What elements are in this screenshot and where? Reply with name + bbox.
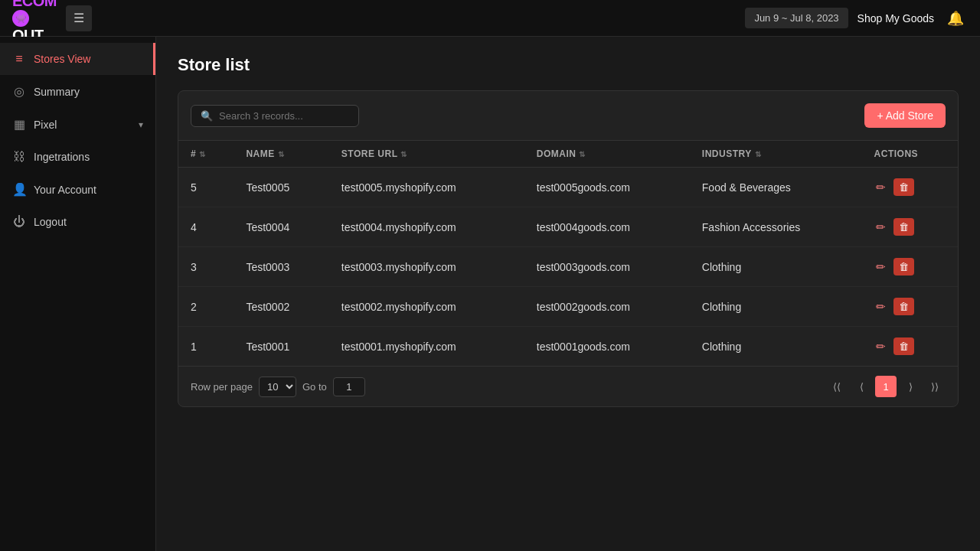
table-row: 4 Test0004 test0004.myshopify.com test00… [178,207,958,247]
pixel-icon: ▦ [12,117,26,132]
sidebar-item-summary[interactable]: ◎ Summary [0,75,155,108]
sidebar-label-pixel: Pixel [34,119,131,131]
delete-button[interactable]: 🗑 [893,258,914,276]
sort-icon-store-url: ⇅ [400,150,407,158]
cell-actions: ✏ 🗑 [862,247,958,287]
stores-table: # ⇅ NAME ⇅ STORE URL [178,140,958,366]
search-input[interactable] [219,110,349,122]
sort-icon-name: ⇅ [278,150,285,158]
delete-button[interactable]: 🗑 [893,337,914,355]
cell-industry: Food & Beverages [690,168,862,207]
add-store-button[interactable]: + Add Store [864,103,946,128]
col-header-domain[interactable]: DOMAIN ⇅ [524,141,690,168]
ingetrations-icon: ⛓ [12,150,26,164]
cell-num: 5 [178,168,234,207]
delete-button[interactable]: 🗑 [893,178,914,196]
cell-domain: test0004goods.com [524,207,690,247]
table-header-row: # ⇅ NAME ⇅ STORE URL [178,141,958,168]
menu-toggle-button[interactable]: ☰ [66,5,92,31]
delete-button[interactable]: 🗑 [893,218,914,236]
logo-icon: 👾 [12,10,29,27]
pagination-row: Row per page 10 20 50 Go to ⟨⟨ ⟨ 1 ⟩ ⟩⟩ [178,366,958,406]
chevron-down-icon: ▾ [139,119,143,130]
cell-name: Test0001 [234,327,328,367]
rows-per-page-label: Row per page [191,381,253,393]
shop-name: Shop My Goods [858,12,934,24]
cell-store-url: test0002.myshopify.com [329,287,524,327]
table-row: 5 Test0005 test0005.myshopify.com test00… [178,168,958,207]
first-page-button[interactable]: ⟨⟨ [826,376,848,397]
table-row: 3 Test0003 test0003.myshopify.com test00… [178,247,958,287]
your-account-icon: 👤 [12,182,26,197]
store-list-card: 🔍 + Add Store # ⇅ [178,90,959,407]
cell-actions: ✏ 🗑 [862,168,958,207]
search-icon: 🔍 [201,110,213,122]
cell-num: 3 [178,247,234,287]
sidebar-label-your-account: Your Account [34,184,143,196]
cell-industry: Clothing [690,287,862,327]
cell-num: 4 [178,207,234,247]
sidebar-item-pixel[interactable]: ▦ Pixel ▾ [0,108,155,141]
sort-icon-industry: ⇅ [755,150,762,158]
edit-button[interactable]: ✏ [874,179,887,196]
cell-store-url: test0005.myshopify.com [329,168,524,207]
cell-store-url: test0001.myshopify.com [329,327,524,367]
edit-button[interactable]: ✏ [874,259,887,276]
table-row: 1 Test0001 test0001.myshopify.com test00… [178,327,958,367]
cell-name: Test0003 [234,247,328,287]
cell-actions: ✏ 🗑 [862,207,958,247]
cell-name: Test0002 [234,287,328,327]
cell-num: 2 [178,287,234,327]
edit-button[interactable]: ✏ [874,219,887,236]
sidebar-item-your-account[interactable]: 👤 Your Account [0,173,155,206]
topbar-right: Jun 9 ~ Jul 8, 2023 Shop My Goods 🔔 [745,6,968,31]
prev-page-button[interactable]: ⟨ [851,376,872,397]
logout-icon: ⏻ [12,215,26,229]
date-range: Jun 9 ~ Jul 8, 2023 [745,8,848,28]
edit-button[interactable]: ✏ [874,298,887,315]
col-header-industry[interactable]: INDUSTRY ⇅ [690,141,862,168]
main-content: Store list 🔍 + Add Store # ⇅ [156,37,980,551]
rows-per-page-select[interactable]: 10 20 50 [259,377,296,397]
sidebar-label-ingetrations: Ingetrations [34,151,143,163]
cell-name: Test0005 [234,168,328,207]
page-title: Store list [178,55,959,75]
search-box[interactable]: 🔍 [191,105,359,127]
sidebar-label-stores-view: Stores View [34,53,141,65]
sidebar-item-logout[interactable]: ⏻ Logout [0,206,155,238]
page-1-button[interactable]: 1 [875,376,897,397]
sidebar-item-ingetrations[interactable]: ⛓ Ingetrations [0,141,155,173]
cell-domain: test0002goods.com [524,287,690,327]
summary-icon: ◎ [12,84,26,99]
goto-input[interactable] [333,377,365,396]
goto-label: Go to [302,381,327,393]
cell-num: 1 [178,327,234,367]
col-header-name[interactable]: NAME ⇅ [234,141,328,168]
sidebar-label-logout: Logout [34,216,143,228]
logo-ecom: ECOM [12,0,57,9]
cell-domain: test0003goods.com [524,247,690,287]
edit-button[interactable]: ✏ [874,338,887,355]
cell-industry: Fashion Accessories [690,207,862,247]
col-header-actions: ACTIONS [862,141,958,168]
cell-domain: test0001goods.com [524,327,690,367]
table-row: 2 Test0002 test0002.myshopify.com test00… [178,287,958,327]
sidebar: ≡ Stores View ◎ Summary ▦ Pixel ▾ ⛓ Inge… [0,37,156,551]
sort-icon-domain: ⇅ [579,150,586,158]
cell-actions: ✏ 🗑 [862,287,958,327]
stores-view-icon: ≡ [12,52,26,66]
table-toolbar: 🔍 + Add Store [178,91,958,140]
cell-name: Test0004 [234,207,328,247]
delete-button[interactable]: 🗑 [893,298,914,315]
col-header-num[interactable]: # ⇅ [178,141,234,168]
cell-actions: ✏ 🗑 [862,327,958,367]
last-page-button[interactable]: ⟩⟩ [924,376,946,397]
next-page-button[interactable]: ⟩ [900,376,921,397]
notification-bell-button[interactable]: 🔔 [943,6,968,31]
layout: ≡ Stores View ◎ Summary ▦ Pixel ▾ ⛓ Inge… [0,37,980,551]
sidebar-label-summary: Summary [34,86,143,98]
col-header-store-url[interactable]: STORE URL ⇅ [329,141,524,168]
sidebar-item-stores-view[interactable]: ≡ Stores View [0,43,155,75]
cell-domain: test0005goods.com [524,168,690,207]
cell-store-url: test0004.myshopify.com [329,207,524,247]
